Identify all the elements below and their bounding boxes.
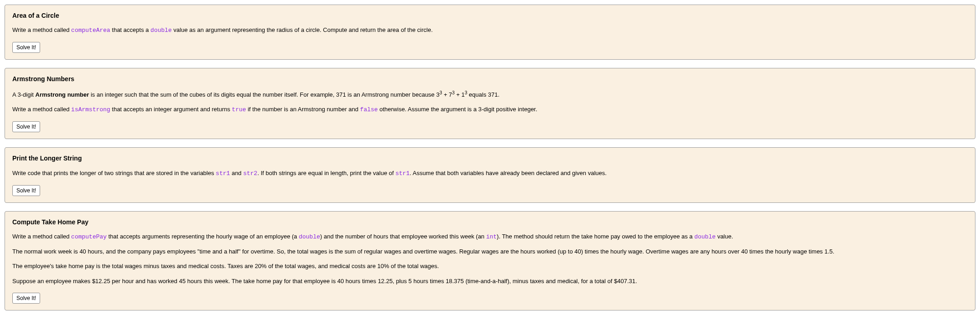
problem-description: Write a method called isArmstrong that a… <box>12 104 968 115</box>
problem-card-print-longer-string: Print the Longer String Write code that … <box>5 147 975 202</box>
code-token: double <box>150 27 172 34</box>
problem-card-area-of-circle: Area of a Circle Write a method called c… <box>5 5 975 60</box>
desc-text: ). The method should return the take hom… <box>497 233 694 240</box>
problem-card-armstrong-numbers: Armstrong Numbers A 3-digit Armstrong nu… <box>5 68 975 139</box>
desc-text: that accepts arguments representing the … <box>107 233 299 240</box>
desc-text: is an integer such that the sum of the c… <box>89 91 439 98</box>
desc-text: and <box>230 170 243 176</box>
desc-text: Write a method called <box>12 106 71 113</box>
desc-text: . Assume that both variables have alread… <box>410 170 607 176</box>
code-token: false <box>360 106 378 113</box>
problem-description: Write a method called computePay that ac… <box>12 232 968 242</box>
desc-text: . If both strings are equal in length, p… <box>258 170 396 176</box>
desc-text: if the number is an Armstrong number and <box>246 106 360 113</box>
code-token: computePay <box>71 233 107 240</box>
bold-term: Armstrong number <box>36 91 89 98</box>
problem-description: The normal work week is 40 hours, and th… <box>12 247 968 257</box>
problem-title: Area of a Circle <box>12 10 968 21</box>
problem-description: Write a method called computeArea that a… <box>12 25 968 36</box>
desc-text: equals 371. <box>467 91 500 98</box>
problem-title: Compute Take Home Pay <box>12 217 968 227</box>
desc-text: value as an argument representing the ra… <box>172 26 433 33</box>
problem-description: Suppose an employee makes $12.25 per hou… <box>12 276 968 286</box>
code-token: isArmstrong <box>71 106 110 113</box>
desc-text: A 3-digit <box>12 91 36 98</box>
problem-description: The employee's take home pay is the tota… <box>12 261 968 271</box>
solve-it-button[interactable]: Solve It! <box>12 42 40 53</box>
problem-title: Armstrong Numbers <box>12 74 968 84</box>
desc-text: otherwise. Assume the argument is a 3-di… <box>378 106 537 113</box>
problem-title: Print the Longer String <box>12 153 968 163</box>
code-token: str1 <box>216 170 230 177</box>
desc-text: value. <box>716 233 733 240</box>
desc-text: Write a method called <box>12 233 71 240</box>
solve-it-button[interactable]: Solve It! <box>12 293 40 304</box>
desc-text: + 7 <box>442 91 452 98</box>
desc-text: that accepts an integer argument and ret… <box>110 106 232 113</box>
desc-text: + 1 <box>454 91 464 98</box>
problem-description: Write code that prints the longer of two… <box>12 168 968 179</box>
desc-text: that accepts a <box>110 26 150 33</box>
desc-text: Write code that prints the longer of two… <box>12 170 216 176</box>
problem-description: A 3-digit Armstrong number is an integer… <box>12 89 968 100</box>
code-token: double <box>694 233 716 240</box>
code-token: str1 <box>395 170 409 177</box>
desc-text: ) and the number of hours that employee … <box>320 233 486 240</box>
code-token: double <box>299 233 320 240</box>
solve-it-button[interactable]: Solve It! <box>12 121 40 132</box>
desc-text: Write a method called <box>12 26 71 33</box>
code-token: str2 <box>243 170 257 177</box>
problem-card-compute-take-home-pay: Compute Take Home Pay Write a method cal… <box>5 211 975 310</box>
code-token: true <box>232 106 246 113</box>
code-token: int <box>486 233 496 240</box>
solve-it-button[interactable]: Solve It! <box>12 185 40 196</box>
code-token: computeArea <box>71 27 110 34</box>
